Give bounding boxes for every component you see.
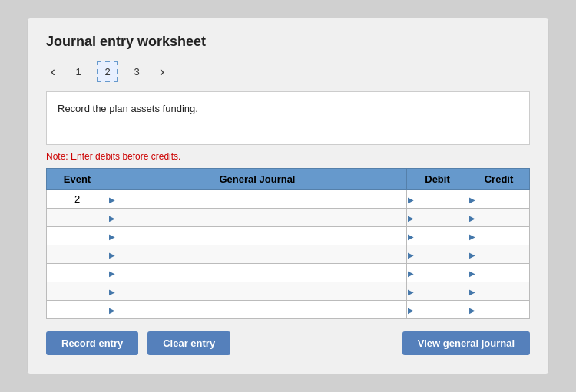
debit-input-6[interactable] xyxy=(407,282,468,300)
credit-input-1[interactable] xyxy=(468,190,529,208)
journal-input-2[interactable] xyxy=(108,209,406,226)
debit-input-3[interactable] xyxy=(407,227,468,245)
debit-cell-2[interactable]: ▶ xyxy=(407,209,468,227)
header-event: Event xyxy=(47,169,108,190)
table-row: ▶ ▶ ▶ xyxy=(47,282,530,301)
credit-input-5[interactable] xyxy=(468,264,529,282)
table-row: ▶ ▶ ▶ xyxy=(47,227,530,245)
arrow-icon-d1: ▶ xyxy=(408,195,414,203)
credit-cell-6[interactable]: ▶ xyxy=(468,282,530,301)
table-row: ▶ ▶ ▶ xyxy=(47,264,530,282)
header-credit: Credit xyxy=(468,169,530,190)
table-row: ▶ ▶ ▶ xyxy=(47,301,530,319)
header-journal: General Journal xyxy=(108,169,407,190)
event-cell-5 xyxy=(47,264,108,282)
navigation-row: ‹ 1 2 3 › xyxy=(46,61,530,82)
journal-input-4[interactable] xyxy=(108,245,406,263)
arrow-icon-d5: ▶ xyxy=(408,268,414,277)
debit-cell-3[interactable]: ▶ xyxy=(407,227,468,245)
table-row: ▶ ▶ ▶ xyxy=(47,209,530,227)
credit-input-7[interactable] xyxy=(468,301,529,318)
credit-input-2[interactable] xyxy=(468,209,529,226)
journal-cell-1[interactable]: ▶ xyxy=(108,190,407,209)
credit-cell-7[interactable]: ▶ xyxy=(468,301,530,319)
arrow-icon-d4: ▶ xyxy=(408,250,414,259)
debit-input-4[interactable] xyxy=(407,245,468,263)
debit-input-2[interactable] xyxy=(407,209,468,226)
credit-input-4[interactable] xyxy=(468,245,529,263)
event-cell-7 xyxy=(47,301,108,319)
event-cell-6 xyxy=(47,282,108,301)
arrow-icon-d6: ▶ xyxy=(408,287,414,295)
table-row: ▶ ▶ ▶ xyxy=(47,245,530,264)
credit-cell-2[interactable]: ▶ xyxy=(468,209,530,227)
journal-cell-3[interactable]: ▶ xyxy=(108,227,407,245)
debit-cell-1[interactable]: ▶ xyxy=(407,190,468,209)
debit-cell-7[interactable]: ▶ xyxy=(407,301,468,319)
arrow-icon-3: ▶ xyxy=(109,232,115,240)
prev-button[interactable]: ‹ xyxy=(46,62,60,81)
credit-cell-3[interactable]: ▶ xyxy=(468,227,530,245)
journal-input-6[interactable] xyxy=(108,282,406,300)
debit-cell-6[interactable]: ▶ xyxy=(407,282,468,301)
debit-cell-5[interactable]: ▶ xyxy=(407,264,468,282)
arrow-icon-d3: ▶ xyxy=(408,232,414,240)
buttons-row: Record entry Clear entry View general jo… xyxy=(46,331,530,355)
arrow-icon-c4: ▶ xyxy=(469,250,475,259)
arrow-icon-d2: ▶ xyxy=(408,213,414,222)
debit-input-5[interactable] xyxy=(407,264,468,282)
journal-input-7[interactable] xyxy=(108,301,406,318)
journal-cell-2[interactable]: ▶ xyxy=(108,209,407,227)
event-cell-2 xyxy=(47,209,108,227)
page-3[interactable]: 3 xyxy=(126,61,147,82)
arrow-icon-d7: ▶ xyxy=(408,305,414,314)
arrow-icon-1: ▶ xyxy=(109,195,115,203)
event-cell-4 xyxy=(47,245,108,264)
arrow-icon-6: ▶ xyxy=(109,287,115,295)
arrow-icon-c7: ▶ xyxy=(469,305,475,314)
instruction-box: Record the plan assets funding. xyxy=(46,91,530,145)
journal-input-3[interactable] xyxy=(108,227,406,245)
credit-input-6[interactable] xyxy=(468,282,529,300)
arrow-icon-c3: ▶ xyxy=(469,232,475,240)
clear-entry-button[interactable]: Clear entry xyxy=(147,331,230,355)
credit-input-3[interactable] xyxy=(468,227,529,245)
journal-input-5[interactable] xyxy=(108,264,406,282)
journal-entry-worksheet-card: Journal entry worksheet ‹ 1 2 3 › Record… xyxy=(27,18,549,374)
arrow-icon-c2: ▶ xyxy=(469,213,475,222)
record-entry-button[interactable]: Record entry xyxy=(46,331,138,355)
view-general-journal-button[interactable]: View general journal xyxy=(402,331,530,355)
journal-input-1[interactable] xyxy=(108,190,406,208)
debit-input-1[interactable] xyxy=(407,190,468,208)
arrow-icon-7: ▶ xyxy=(109,305,115,314)
page-1[interactable]: 1 xyxy=(68,61,89,82)
journal-table: Event General Journal Debit Credit 2 ▶ ▶… xyxy=(46,168,530,319)
event-cell-1: 2 xyxy=(47,190,108,209)
arrow-icon-5: ▶ xyxy=(109,268,115,277)
page-title: Journal entry worksheet xyxy=(46,34,530,50)
header-debit: Debit xyxy=(407,169,468,190)
event-cell-3 xyxy=(47,227,108,245)
arrow-icon-4: ▶ xyxy=(109,250,115,259)
journal-cell-6[interactable]: ▶ xyxy=(108,282,407,301)
instruction-text: Record the plan assets funding. xyxy=(58,103,198,114)
journal-cell-4[interactable]: ▶ xyxy=(108,245,407,264)
debit-input-7[interactable] xyxy=(407,301,468,318)
arrow-icon-c5: ▶ xyxy=(469,268,475,277)
table-row: 2 ▶ ▶ ▶ xyxy=(47,190,530,209)
next-button[interactable]: › xyxy=(155,62,169,81)
arrow-icon-c1: ▶ xyxy=(469,195,475,203)
debit-cell-4[interactable]: ▶ xyxy=(407,245,468,264)
journal-cell-5[interactable]: ▶ xyxy=(108,264,407,282)
journal-cell-7[interactable]: ▶ xyxy=(108,301,407,319)
arrow-icon-2: ▶ xyxy=(109,213,115,222)
arrow-icon-c6: ▶ xyxy=(469,287,475,295)
page-2[interactable]: 2 xyxy=(97,61,118,82)
credit-cell-4[interactable]: ▶ xyxy=(468,245,530,264)
note-text: Note: Enter debits before credits. xyxy=(46,151,530,162)
credit-cell-5[interactable]: ▶ xyxy=(468,264,530,282)
credit-cell-1[interactable]: ▶ xyxy=(468,190,530,209)
